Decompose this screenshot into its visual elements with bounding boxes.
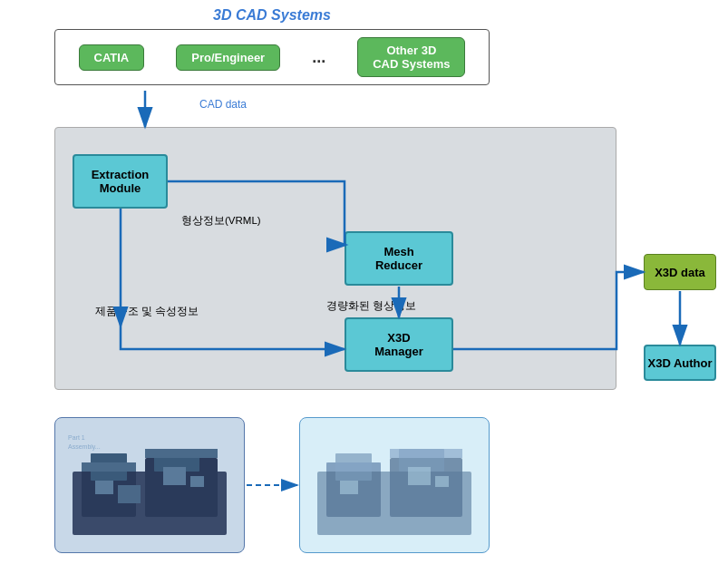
svg-marker-18 (326, 462, 381, 472)
extraction-module-box: Extraction Module (73, 154, 168, 209)
svg-rect-21 (408, 467, 431, 485)
svg-rect-10 (118, 485, 141, 503)
x3d-model-svg (308, 426, 480, 544)
svg-rect-22 (435, 476, 449, 487)
label-vrml: 형상정보(VRML) (181, 214, 261, 228)
x3d-manager-box: X3D Manager (345, 317, 453, 372)
svg-text:Assembly...: Assembly... (68, 443, 101, 451)
svg-rect-20 (340, 481, 358, 494)
x3d-model-image (299, 417, 490, 553)
pro-engineer-box: Pro/Engineer (176, 44, 280, 71)
svg-rect-7 (95, 481, 113, 494)
cad-systems-border: CATIA Pro/Engineer ... Other 3D CAD Syst… (54, 29, 490, 85)
svg-marker-6 (145, 449, 218, 458)
catia-box: CATIA (79, 44, 145, 71)
svg-rect-9 (190, 476, 204, 487)
x3d-author-box: X3D Author (644, 345, 716, 381)
svg-marker-5 (82, 462, 136, 472)
diagram-container: 3D CAD Systems CATIA Pro/Engineer ... Ot… (0, 0, 728, 574)
svg-text:Part 1: Part 1 (68, 434, 85, 441)
cad-systems-section: 3D CAD Systems CATIA Pro/Engineer ... Ot… (54, 7, 490, 85)
cad-systems-title: 3D CAD Systems (54, 7, 490, 24)
mesh-reducer-box: Mesh Reducer (345, 231, 453, 286)
svg-rect-8 (163, 467, 186, 485)
x3d-data-box: X3D data (644, 254, 716, 290)
cad-model-svg: Part 1 Assembly... (63, 426, 236, 544)
label-lightweight: 경량화된 형상정보 (326, 299, 416, 313)
svg-marker-19 (390, 449, 462, 458)
dots: ... (312, 48, 325, 67)
other-3d-box: Other 3D CAD Systems (357, 37, 465, 77)
cad-model-image: Part 1 Assembly... (54, 417, 245, 553)
cad-data-label: CAD data (199, 98, 247, 111)
label-product: 제품구조 및 속성정보 (95, 305, 199, 318)
